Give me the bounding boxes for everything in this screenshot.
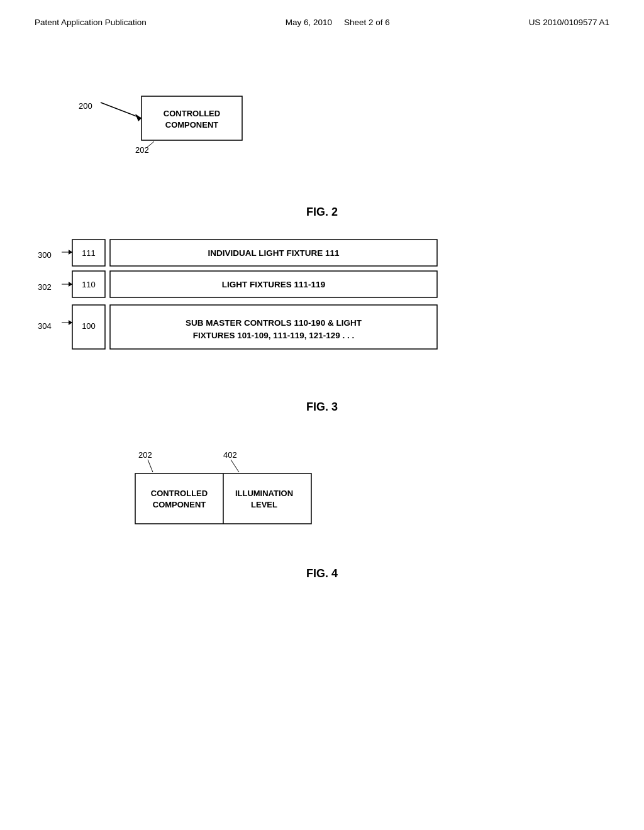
header-left: Patent Application Publication bbox=[35, 18, 147, 27]
fig4-diagram-svg: 202 402 CONTROLLED COMPONENT ILLUMINATIO… bbox=[129, 448, 443, 549]
header-center: May 6, 2010 Sheet 2 of 6 bbox=[286, 18, 390, 27]
fig4-cell1-text1: CONTROLLED bbox=[151, 489, 208, 498]
page-header: Patent Application Publication May 6, 20… bbox=[0, 0, 644, 27]
fig3-label-304: 304 bbox=[38, 321, 52, 331]
fig4-line-402 bbox=[231, 460, 239, 472]
fig4-cell1-text2: COMPONENT bbox=[153, 500, 206, 509]
fig4-cell2-text2: LEVEL bbox=[251, 500, 277, 509]
fig4-line-202 bbox=[148, 460, 153, 472]
fig3-section: 300 111 INDIVIDUAL LIGHT FIXTURE 111 302… bbox=[35, 235, 609, 429]
fig2-controlled-text1: CONTROLLED bbox=[164, 109, 220, 118]
fig3-arrowhead-300 bbox=[69, 250, 72, 255]
fig4-cell2-text1: ILLUMINATION bbox=[235, 489, 293, 498]
fig3-arrowhead-302 bbox=[69, 282, 72, 287]
fig2-arrowhead bbox=[135, 114, 142, 121]
fig2-label-200: 200 bbox=[79, 101, 92, 111]
fig3-arrowhead-304 bbox=[69, 320, 72, 325]
fig3-small-text-2: 110 bbox=[82, 280, 96, 289]
fig2-diagram-svg: 200 CONTROLLED COMPONENT 202 bbox=[72, 84, 450, 184]
fig2-section: 200 CONTROLLED COMPONENT 202 FIG. 2 bbox=[35, 84, 609, 222]
fig2-caption: FIG. 2 bbox=[306, 206, 338, 219]
fig3-big-text-3a: SUB MASTER CONTROLS 110-190 & LIGHT bbox=[186, 318, 362, 328]
fig3-big-text-1: INDIVIDUAL LIGHT FIXTURE 111 bbox=[208, 248, 340, 258]
fig2-controlled-box bbox=[142, 96, 242, 140]
fig3-big-text-2: LIGHT FIXTURES 111-119 bbox=[222, 280, 325, 289]
fig3-label-302: 302 bbox=[38, 282, 52, 292]
fig3-small-text-1: 111 bbox=[82, 248, 96, 258]
main-content: 200 CONTROLLED COMPONENT 202 FIG. 2 300 … bbox=[0, 27, 644, 593]
fig3-big-text-3b: FIXTURES 101-109, 111-119, 121-129 . . . bbox=[193, 331, 355, 340]
header-right: US 2010/0109577 A1 bbox=[529, 18, 609, 27]
fig3-small-text-3: 100 bbox=[82, 321, 96, 331]
fig4-section: 202 402 CONTROLLED COMPONENT ILLUMINATIO… bbox=[35, 448, 609, 593]
fig3-diagram-svg: 300 111 INDIVIDUAL LIGHT FIXTURE 111 302… bbox=[35, 235, 601, 385]
fig3-label-300: 300 bbox=[38, 250, 52, 260]
fig4-label-202: 202 bbox=[138, 450, 152, 460]
fig4-label-402: 402 bbox=[223, 450, 237, 460]
fig2-arrow-200 bbox=[101, 102, 142, 118]
fig2-controlled-text2: COMPONENT bbox=[165, 120, 219, 130]
fig4-caption: FIG. 4 bbox=[35, 567, 609, 580]
fig3-caption: FIG. 3 bbox=[35, 401, 609, 414]
fig2-label-202: 202 bbox=[135, 145, 149, 155]
fig2-line-202 bbox=[147, 141, 154, 148]
